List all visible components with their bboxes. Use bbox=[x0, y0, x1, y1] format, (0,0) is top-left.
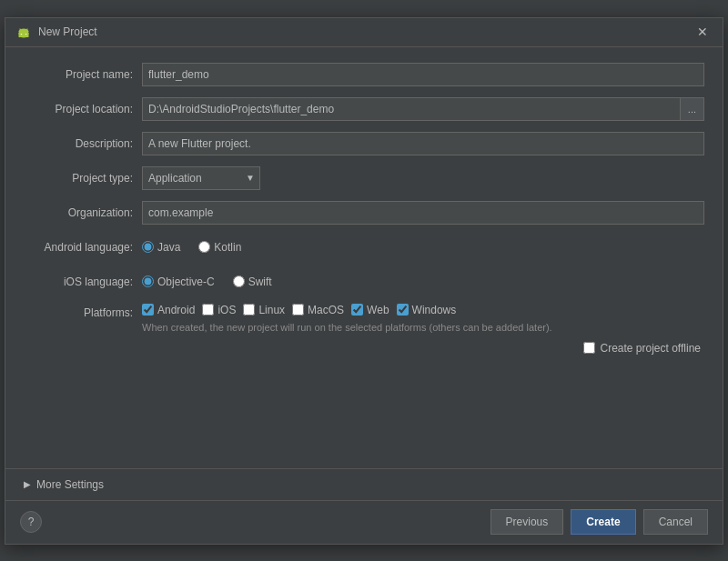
ios-swift-label: Swift bbox=[248, 275, 272, 288]
dialog-footer: ? Previous Create Cancel bbox=[5, 500, 723, 544]
android-language-options: Java Kotlin bbox=[142, 241, 704, 254]
description-row: Description: bbox=[24, 131, 704, 156]
android-icon bbox=[16, 25, 31, 39]
browse-button[interactable]: ... bbox=[681, 97, 704, 121]
more-settings-section[interactable]: ▶ More Settings bbox=[5, 468, 723, 500]
platform-windows-checkbox[interactable] bbox=[397, 304, 409, 316]
platform-linux-checkbox[interactable] bbox=[243, 304, 255, 316]
platform-android[interactable]: Android bbox=[142, 304, 195, 316]
svg-point-6 bbox=[19, 29, 29, 35]
organization-row: Organization: bbox=[24, 200, 704, 225]
android-kotlin-radio[interactable] bbox=[198, 241, 210, 253]
help-button[interactable]: ? bbox=[20, 511, 42, 533]
platform-android-checkbox[interactable] bbox=[142, 304, 154, 316]
dialog-content: Project name: Project location: ... Desc… bbox=[5, 47, 723, 468]
ios-language-row: iOS language: Objective-C Swift bbox=[24, 269, 704, 295]
create-offline-option[interactable]: Create project offline bbox=[583, 342, 701, 355]
title-bar: New Project ✕ bbox=[5, 18, 723, 47]
project-name-row: Project name: bbox=[24, 62, 704, 87]
footer-right: Previous Create Cancel bbox=[490, 509, 708, 535]
dialog-title: New Project bbox=[38, 25, 97, 38]
platforms-row: Platforms: Android iOS Linux bbox=[24, 304, 704, 333]
ios-objc-option[interactable]: Objective-C bbox=[142, 275, 215, 288]
project-type-select[interactable]: Application Plugin Module Package bbox=[142, 166, 260, 190]
platform-ios[interactable]: iOS bbox=[202, 304, 236, 316]
project-location-input[interactable] bbox=[142, 97, 681, 121]
description-input[interactable] bbox=[142, 132, 704, 155]
new-project-dialog: New Project ✕ Project name: Project loca… bbox=[5, 17, 723, 545]
android-language-row: Android language: Java Kotlin bbox=[24, 235, 704, 260]
platforms-hint: When created, the new project will run o… bbox=[142, 322, 704, 333]
ios-swift-radio[interactable] bbox=[233, 275, 245, 287]
create-button[interactable]: Create bbox=[571, 509, 635, 535]
chevron-right-icon: ▶ bbox=[24, 479, 31, 489]
title-bar-left: New Project bbox=[16, 25, 97, 39]
platform-web-checkbox[interactable] bbox=[351, 304, 363, 316]
android-java-label: Java bbox=[157, 241, 180, 254]
android-kotlin-option[interactable]: Kotlin bbox=[198, 241, 241, 254]
ios-language-options: Objective-C Swift bbox=[142, 275, 704, 288]
project-type-label: Project type: bbox=[24, 172, 142, 185]
ios-objc-radio[interactable] bbox=[142, 275, 154, 287]
platform-macos-checkbox[interactable] bbox=[292, 304, 304, 316]
cancel-button[interactable]: Cancel bbox=[643, 509, 708, 535]
platform-macos[interactable]: MacOS bbox=[292, 304, 344, 316]
organization-input[interactable] bbox=[142, 201, 704, 225]
create-offline-row: Create project offline bbox=[24, 342, 704, 355]
footer-left: ? bbox=[20, 511, 42, 533]
project-location-label: Project location: bbox=[24, 103, 142, 115]
previous-button[interactable]: Previous bbox=[490, 509, 564, 535]
platform-web[interactable]: Web bbox=[351, 304, 389, 316]
project-location-input-group: ... bbox=[142, 97, 704, 121]
project-type-row: Project type: Application Plugin Module … bbox=[24, 165, 704, 191]
android-kotlin-label: Kotlin bbox=[214, 241, 241, 254]
create-offline-label: Create project offline bbox=[600, 342, 701, 355]
ios-objc-label: Objective-C bbox=[157, 275, 215, 288]
android-java-radio[interactable] bbox=[142, 241, 154, 253]
close-button[interactable]: ✕ bbox=[693, 24, 712, 40]
platforms-group: Android iOS Linux MacOS bbox=[142, 304, 704, 333]
project-type-select-wrapper: Application Plugin Module Package ▼ bbox=[142, 166, 260, 190]
more-settings-label: More Settings bbox=[36, 478, 104, 491]
platforms-checkboxes: Android iOS Linux MacOS bbox=[142, 304, 704, 316]
platform-windows[interactable]: Windows bbox=[397, 304, 457, 316]
project-location-row: Project location: ... bbox=[24, 96, 704, 122]
android-language-label: Android language: bbox=[24, 241, 142, 254]
android-java-option[interactable]: Java bbox=[142, 241, 180, 254]
ios-swift-option[interactable]: Swift bbox=[233, 275, 272, 288]
description-label: Description: bbox=[24, 137, 142, 150]
create-offline-checkbox[interactable] bbox=[583, 342, 595, 354]
platform-linux[interactable]: Linux bbox=[243, 304, 285, 316]
project-name-label: Project name: bbox=[24, 68, 142, 81]
ios-language-label: iOS language: bbox=[24, 275, 142, 288]
organization-label: Organization: bbox=[24, 206, 142, 219]
platform-ios-checkbox[interactable] bbox=[202, 304, 214, 316]
platforms-label: Platforms: bbox=[24, 306, 142, 319]
project-name-input[interactable] bbox=[142, 63, 704, 86]
